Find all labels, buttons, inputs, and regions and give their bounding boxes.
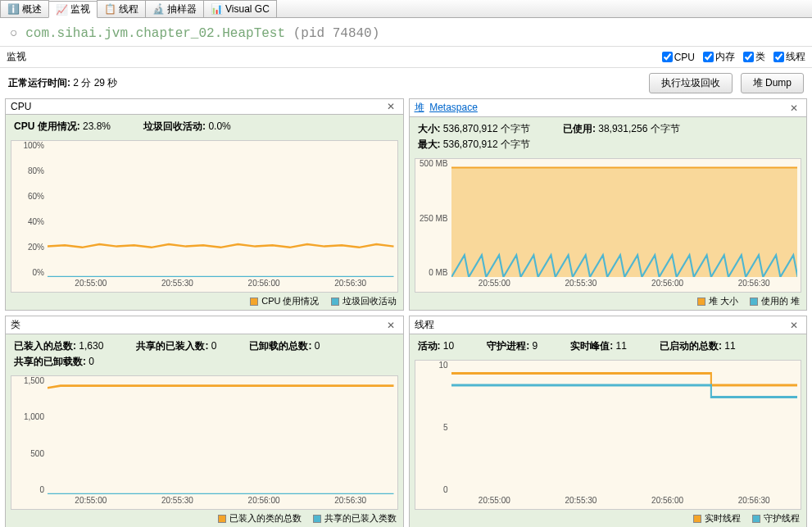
classes-title: 类 — [11, 318, 383, 332]
top-tabs: ℹ️概述 📈监视 📋线程 🔬抽样器 📊Visual GC — [0, 0, 812, 18]
cpu-gc-label: 垃圾回收活动: — [143, 120, 206, 132]
tab-visualgc[interactable]: 📊Visual GC — [203, 0, 277, 17]
cpu-gc-value: 0.0% — [208, 120, 230, 132]
swatch-icon — [331, 298, 339, 306]
heap-used-value: 38,931,256 个字节 — [598, 123, 679, 134]
heap-plot: 500 MB250 MB0 MB 20:55:0020:55:3020:56:0… — [415, 158, 802, 293]
classes-checkbox[interactable] — [743, 52, 754, 62]
cpu-ylabels: 100%80%60%40%20%0% — [13, 141, 44, 277]
check-cpu[interactable]: CPU — [662, 50, 695, 64]
swatch-icon — [752, 515, 760, 523]
runtime-value: 2 分 29 秒 — [73, 77, 117, 89]
heap-dump-button[interactable]: 堆 Dump — [741, 73, 804, 93]
check-classes[interactable]: 类 — [743, 50, 765, 64]
threads-icon: 📋 — [104, 3, 116, 15]
process-class: com.sihai.jvm.chapter_02.HeapTest — [25, 26, 285, 41]
heap-max-value: 536,870,912 个字节 — [443, 139, 530, 150]
svg-rect-0 — [451, 167, 798, 277]
heap-size-value: 536,870,912 个字节 — [443, 123, 530, 134]
visualgc-icon: 📊 — [211, 3, 222, 15]
cpu-panel: CPU✕ CPU 使用情况: 23.8% 垃圾回收活动: 0.0% 100%80… — [5, 98, 404, 311]
metric-toggles: CPU 内存 类 线程 — [662, 50, 805, 64]
sub-header: 监视 CPU 内存 类 线程 — [0, 47, 812, 68]
classes-loaded-value: 1,630 — [79, 340, 103, 352]
swatch-icon — [697, 298, 705, 306]
tab-label: 抽样器 — [167, 2, 197, 16]
info-icon: ℹ️ — [7, 3, 19, 15]
charts-grid: CPU✕ CPU 使用情况: 23.8% 垃圾回收活动: 0.0% 100%80… — [0, 98, 812, 527]
swatch-icon — [750, 298, 758, 306]
threads-title: 线程 — [415, 318, 787, 332]
tab-label: 线程 — [119, 2, 138, 16]
heap-panel: 堆 Metaspace✕ 大小: 536,870,912 个字节 已使用: 38… — [409, 98, 808, 311]
cpu-plot: 100%80%60%40%20%0% 20:55:0020:55:3020:56… — [11, 140, 398, 293]
title-bar: ○ com.sihai.jvm.chapter_02.HeapTest (pid… — [0, 18, 812, 47]
classes-panel: 类✕ 已装入的总数: 1,630 共享的已装入数: 0 已卸载的总数: 0 共享… — [5, 316, 404, 527]
close-icon[interactable]: ✕ — [787, 102, 801, 114]
classes-plot: 1,5001,0005000 20:55:0020:55:3020:56:002… — [11, 375, 398, 510]
process-pid: (pid 74840) — [293, 26, 380, 41]
monitor-icon: 📈 — [56, 4, 67, 16]
swatch-icon — [313, 515, 321, 523]
cpu-title: CPU — [11, 101, 383, 112]
swatch-icon — [250, 298, 258, 306]
runtime-row: 正常运行时间: 2 分 29 秒 执行垃圾回收 堆 Dump — [0, 68, 812, 98]
runtime-label: 正常运行时间: — [8, 77, 70, 89]
tab-label: 监视 — [70, 2, 90, 16]
close-icon[interactable]: ✕ — [383, 101, 398, 112]
sub-header-label: 监视 — [7, 50, 662, 64]
close-icon[interactable]: ✕ — [383, 320, 398, 331]
gc-button[interactable]: 执行垃圾回收 — [649, 73, 733, 93]
tab-threads[interactable]: 📋线程 — [97, 0, 146, 17]
metaspace-link[interactable]: Metaspace — [429, 102, 478, 113]
tab-label: Visual GC — [225, 3, 270, 15]
cpu-checkbox[interactable] — [662, 52, 673, 62]
heap-link[interactable]: 堆 — [415, 102, 424, 113]
tab-overview[interactable]: ℹ️概述 — [0, 0, 49, 17]
cpu-usage-value: 23.8% — [83, 120, 111, 132]
tab-sampler[interactable]: 🔬抽样器 — [145, 0, 204, 17]
tab-label: 概述 — [22, 2, 42, 16]
check-threads[interactable]: 线程 — [773, 50, 805, 64]
threads-panel: 线程✕ 活动: 10 守护进程: 9 实时峰值: 11 已启动的总数: 11 1… — [409, 316, 808, 527]
swatch-icon — [693, 515, 701, 523]
close-icon[interactable]: ✕ — [787, 320, 801, 331]
sampler-icon: 🔬 — [152, 3, 164, 15]
threads-checkbox[interactable] — [773, 52, 784, 62]
threads-active-value: 10 — [443, 340, 454, 352]
cpu-usage-label: CPU 使用情况: — [14, 120, 80, 132]
mem-checkbox[interactable] — [703, 52, 714, 62]
tab-monitor[interactable]: 📈监视 — [48, 1, 98, 18]
check-mem[interactable]: 内存 — [703, 50, 735, 64]
threads-plot: 1050 20:55:0020:55:3020:56:0020:56:30 — [415, 360, 802, 510]
swatch-icon — [218, 515, 226, 523]
